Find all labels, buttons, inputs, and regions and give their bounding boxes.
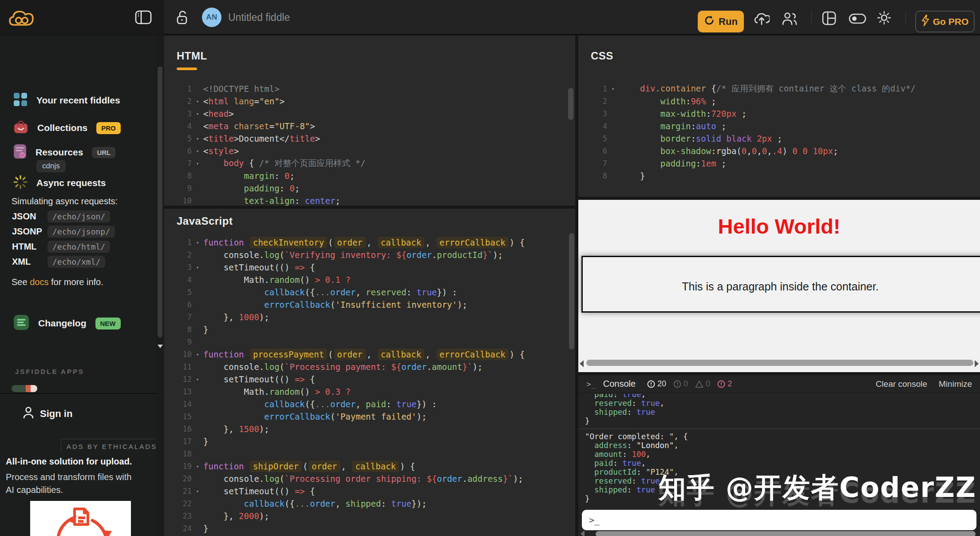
echo-path-badge[interactable]: /echo/xml/: [47, 256, 105, 268]
echo-path-badge[interactable]: /echo/json/: [47, 210, 110, 222]
code-line[interactable]: 7 }, 1000);: [169, 311, 525, 323]
code-line[interactable]: 13 Math.random() > 0.3 ?: [169, 385, 525, 398]
code-line[interactable]: 6 box-shadow:rgba(0,0,0,.4) 0 0 10px;: [584, 145, 916, 157]
code-line[interactable]: 8 margin: 0;: [169, 170, 366, 182]
sidebar-scrollbar-thumb[interactable]: [158, 67, 162, 337]
code-line[interactable]: 19▾function shipOrder(order, callback) {: [169, 460, 525, 472]
code-line[interactable]: 5 callback({...order, reserved: true}) :: [169, 286, 525, 298]
code-line[interactable]: 15 errorCallback('Payment failed');: [169, 410, 525, 423]
sign-in-button[interactable]: Sign in: [22, 406, 72, 422]
code-line[interactable]: 14 callback({...order, paid: true}) :: [169, 398, 525, 410]
minimize-console-button[interactable]: Minimize: [939, 379, 972, 389]
code-line[interactable]: 5 border:solid black 2px ;: [584, 132, 916, 145]
code-line[interactable]: 24}: [169, 522, 525, 535]
js-code-editor[interactable]: 1▾function checkInventory(order, callbac…: [169, 236, 525, 535]
code-line[interactable]: 1▾div.container {/* 应用到拥有 container 这个 c…: [584, 83, 916, 95]
code-line[interactable]: 7▾ body { /* 对整个页面应用样式 */: [169, 157, 366, 170]
code-line[interactable]: 10▾function processPayment(order, callba…: [169, 348, 525, 361]
privacy-unlock-icon[interactable]: [176, 10, 189, 27]
code-line[interactable]: 23 }, 2000);: [169, 510, 525, 522]
code-line[interactable]: 8}: [584, 170, 916, 182]
cloud-upload-icon[interactable]: [754, 11, 770, 27]
code-line[interactable]: 1<!DOCTYPE html>: [169, 83, 366, 95]
css-code-editor[interactable]: 1▾div.container {/* 应用到拥有 container 这个 c…: [584, 83, 916, 182]
code-line[interactable]: 4 margin:auto ;: [584, 120, 916, 132]
avatar[interactable]: AN: [202, 8, 221, 27]
console-info-count[interactable]: 0: [673, 379, 688, 389]
sidebar-item-collections[interactable]: Collections PRO: [13, 120, 121, 136]
sidebar-item-recent-fiddles[interactable]: Your recent fiddles: [13, 92, 120, 108]
code-line[interactable]: 9: [169, 336, 525, 348]
js-editor-scrollbar-thumb[interactable]: [569, 233, 574, 349]
code-line[interactable]: 11 console.log(`Processing payment: ${or…: [169, 361, 525, 373]
result-scroll-right-arrow[interactable]: [975, 360, 979, 367]
code-line[interactable]: 7 padding:1em ;: [584, 157, 916, 170]
code-line[interactable]: 20 console.log(`Processing order shippin…: [169, 472, 525, 485]
code-line[interactable]: 2 console.log(`Verifying inventory: ${or…: [169, 249, 525, 261]
code-line[interactable]: 9 padding: 0;: [169, 182, 366, 195]
fold-arrow-icon[interactable]: ▾: [192, 136, 203, 142]
fold-arrow-icon[interactable]: ▾: [192, 111, 203, 117]
ad-image-filestack[interactable]: filestack: [30, 501, 131, 536]
row-gutter[interactable]: [578, 197, 980, 200]
fiddle-title[interactable]: Untitled fiddle: [228, 12, 290, 24]
sidebar-item-resources[interactable]: Resources URL: [13, 144, 115, 161]
collaborate-users-icon[interactable]: [781, 11, 798, 27]
code-line[interactable]: 16 }, 1500);: [169, 423, 525, 435]
html-editor-pane[interactable]: HTML 1<!DOCTYPE html>2▾<html lang="en">3…: [164, 36, 575, 206]
sidebar-item-async-requests[interactable]: Async requests: [13, 175, 106, 191]
cdnjs-badge[interactable]: cdnjs: [36, 160, 66, 172]
css-editor-pane[interactable]: CSS 1▾div.container {/* 应用到拥有 container …: [578, 36, 980, 197]
code-line[interactable]: 6 errorCallback('Insufficient inventory'…: [169, 298, 525, 311]
fold-arrow-icon[interactable]: ▾: [192, 265, 203, 270]
fold-arrow-icon[interactable]: ▾: [192, 488, 203, 494]
fold-arrow-icon[interactable]: ▾: [192, 377, 203, 382]
result-hscrollbar-thumb[interactable]: [586, 360, 973, 366]
js-editor-pane[interactable]: JavaScript 1▾function checkInventory(ord…: [164, 209, 575, 536]
fold-arrow-icon[interactable]: ▾: [192, 352, 203, 357]
ad-body-text[interactable]: Process and transform files with AI capa…: [6, 471, 134, 496]
code-line[interactable]: 21▾ setTimeout(() => {: [169, 485, 525, 497]
go-pro-button[interactable]: Go PRO: [915, 11, 975, 32]
row-gutter[interactable]: [578, 372, 980, 375]
theme-toggle-icon[interactable]: [849, 13, 866, 26]
code-line[interactable]: 17}: [169, 435, 525, 448]
fold-arrow-icon[interactable]: ▾: [192, 99, 203, 104]
code-line[interactable]: 1▾function checkInventory(order, callbac…: [169, 236, 525, 249]
html-code-editor[interactable]: 1<!DOCTYPE html>2▾<html lang="en">3▾<hea…: [169, 83, 366, 206]
console-log-count[interactable]: 20: [647, 379, 666, 389]
clear-console-button[interactable]: Clear console: [876, 379, 927, 389]
code-line[interactable]: 3▾ setTimeout(() => {: [169, 261, 525, 274]
console-scroll-left-arrow[interactable]: [581, 530, 585, 536]
code-line[interactable]: 12▾ setTimeout(() => {: [169, 373, 525, 385]
console-hscrollbar-thumb[interactable]: [596, 531, 976, 536]
sidebar-item-changelog[interactable]: Changelog NEW: [13, 314, 121, 332]
result-scroll-left-arrow[interactable]: [580, 360, 584, 367]
code-line[interactable]: 22 callback({...order, shipped: true});: [169, 497, 525, 510]
fold-arrow-icon[interactable]: ▾: [607, 86, 619, 92]
code-line[interactable]: 3▾<head>: [169, 107, 366, 120]
code-line[interactable]: 4 Math.random() > 0.1 ?: [169, 274, 525, 286]
echo-path-badge[interactable]: /echo/jsonp/: [47, 226, 115, 238]
fold-arrow-icon[interactable]: ▾: [192, 148, 203, 154]
code-line[interactable]: 8}: [169, 323, 525, 336]
echo-path-badge[interactable]: /echo/html/: [47, 241, 110, 253]
code-line[interactable]: 2▾<html lang="en">: [169, 95, 366, 107]
code-line[interactable]: 18: [169, 448, 525, 460]
row-gutter[interactable]: [164, 206, 575, 209]
jsfiddle-logo-icon[interactable]: [8, 4, 36, 31]
code-line[interactable]: 3 max-width:720px ;: [584, 107, 916, 120]
console-warn-count[interactable]: 0: [695, 379, 710, 389]
run-button[interactable]: Run: [698, 11, 744, 32]
console-error-count[interactable]: 2: [717, 379, 732, 389]
fold-arrow-icon[interactable]: ▾: [192, 464, 203, 469]
fold-arrow-icon[interactable]: ▾: [192, 161, 203, 167]
app-logo-partial[interactable]: [12, 385, 37, 392]
html-editor-scrollbar-thumb[interactable]: [568, 88, 573, 120]
code-line[interactable]: 5▾<title>Document</title>: [169, 132, 366, 145]
column-gutter[interactable]: [575, 36, 578, 536]
layout-settings-icon[interactable]: [822, 11, 836, 27]
brightness-sun-icon[interactable]: [877, 11, 891, 27]
sidebar-toggle-icon[interactable]: [135, 10, 152, 26]
ad-title[interactable]: All-in-one solution for upload.: [6, 457, 132, 467]
